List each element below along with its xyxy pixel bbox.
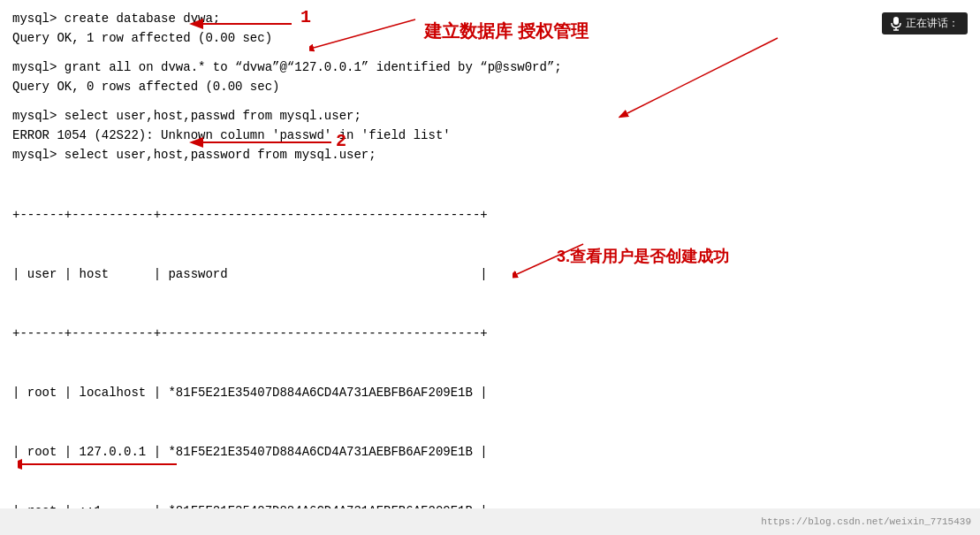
table-header: | user | host | password | xyxy=(12,264,968,284)
terminal-line-8: mysql> select user,host,password from my… xyxy=(12,145,968,164)
terminal-line-2: Query OK, 1 row affected (0.00 sec) xyxy=(12,28,968,48)
bottom-bar: https://blog.csdn.net/weixin_7715439 xyxy=(0,508,980,535)
terminal-line-1: mysql> create database dvwa; xyxy=(12,9,968,28)
table-row-2: | root | 127.0.0.1 | *81F5E21E35407D884A… xyxy=(12,442,968,462)
table-sep-top: +------+-----------+--------------------… xyxy=(12,205,968,225)
terminal-line-4: mysql> grant all on dvwa.* to “dvwa”@“12… xyxy=(12,57,968,77)
terminal-line-6: mysql> select user,host,passwd from mysq… xyxy=(12,106,968,126)
main-container: mysql> create database dvwa; Query OK, 1… xyxy=(0,0,980,535)
terminal-line-7: ERROR 1054 (42S22): Unknown column 'pass… xyxy=(12,126,968,145)
table-section: +------+-----------+--------------------… xyxy=(12,165,968,535)
table-sep-mid: +------+-----------+--------------------… xyxy=(12,324,968,343)
terminal-area: mysql> create database dvwa; Query OK, 1… xyxy=(0,0,980,508)
footer-url: https://blog.csdn.net/weixin_7715439 xyxy=(761,516,971,527)
table-row-1: | root | localhost | *81F5E21E35407D884A… xyxy=(12,383,968,402)
terminal-line-5: Query OK, 0 rows affected (0.00 sec) xyxy=(12,77,968,96)
